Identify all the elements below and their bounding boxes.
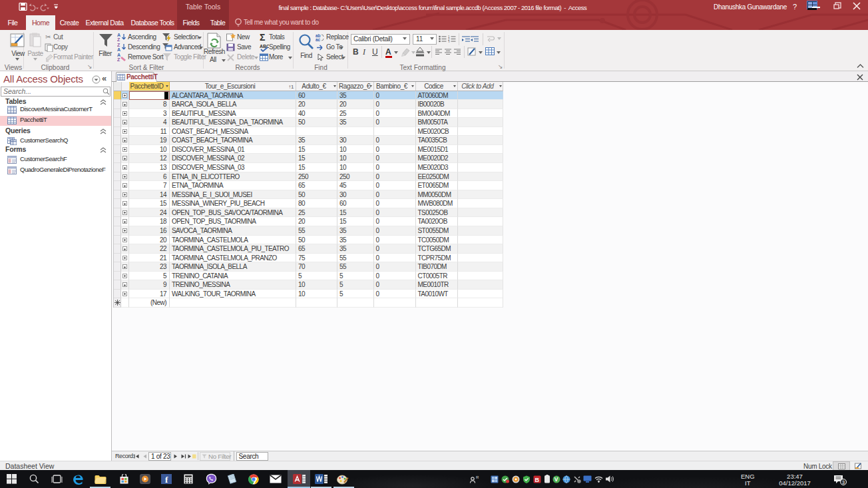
svg-text:3: 3 [448, 41, 450, 43]
svg-text:Z: Z [117, 43, 120, 47]
svg-text:R: R [476, 475, 479, 479]
svg-text:A: A [117, 47, 120, 51]
svg-text:3: 3 [842, 480, 845, 485]
svg-text:Z: Z [117, 57, 120, 61]
svg-text:ac: ac [316, 37, 321, 41]
svg-text:B: B [535, 477, 540, 483]
svg-text:V: V [554, 476, 558, 483]
svg-text:A: A [117, 33, 120, 37]
svg-text:A: A [117, 53, 120, 57]
svg-text:Z: Z [117, 37, 120, 41]
